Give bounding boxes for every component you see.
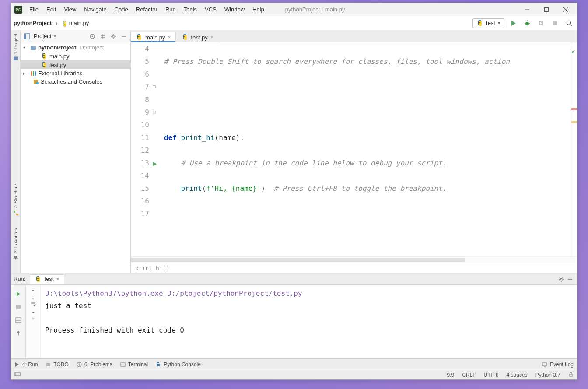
rail-favorites[interactable]: 2: Favorites (12, 226, 19, 262)
settings-gear-icon[interactable] (557, 275, 566, 284)
menubar: File Edit View Navigate Code Refactor Ru… (26, 4, 268, 14)
toolwindow-toggle-icon[interactable] (14, 371, 21, 378)
menu-window[interactable]: Window (221, 4, 248, 14)
down-stack-icon[interactable]: ↓ (32, 294, 35, 301)
editor-breadcrumb[interactable]: print_hi() (131, 263, 577, 273)
tree-file-main[interactable]: main.py (21, 52, 130, 60)
toolstrip-problems[interactable]: 6: Problems (77, 361, 112, 368)
run-tab-test[interactable]: test × (30, 274, 64, 284)
pycharm-icon: PC (14, 6, 22, 14)
toolstrip-terminal[interactable]: Terminal (120, 361, 148, 368)
svg-rect-33 (542, 363, 547, 366)
toolstrip-run[interactable]: 4: Run (14, 361, 38, 368)
status-bar: 9:9 CRLF UTF-8 4 spaces Python 3.7 (11, 370, 577, 379)
breadcrumb-file[interactable]: main.py (61, 20, 89, 26)
svg-point-17 (92, 35, 93, 37)
up-stack-icon[interactable]: ↑ (32, 287, 35, 294)
tree-scratches[interactable]: Scratches and Consoles (21, 77, 130, 86)
status-encoding[interactable]: UTF-8 (484, 372, 499, 378)
line-number: 7 (131, 81, 149, 93)
search-everywhere-button[interactable] (564, 18, 574, 28)
menu-vcs[interactable]: VCS (201, 4, 220, 14)
menu-refactor[interactable]: Refactor (133, 4, 161, 14)
toolstrip-todo[interactable]: TODO (46, 361, 68, 368)
svg-point-24 (560, 278, 562, 280)
menu-view[interactable]: View (60, 4, 80, 14)
rerun-button[interactable] (14, 289, 23, 299)
rail-structure[interactable]: 7: Structure (12, 182, 19, 217)
line-number: 4 (131, 42, 149, 55)
menu-code[interactable]: Code (111, 4, 132, 14)
toolstrip-python-console[interactable]: Python Console (156, 361, 201, 368)
fold-icon[interactable]: ⊟ (153, 106, 156, 119)
run-output[interactable]: D:\tools\Python37\python.exe D:/ptoject/… (41, 285, 577, 358)
status-caret-pos[interactable]: 9:9 (447, 372, 455, 378)
project-tree[interactable]: ▾ pythonProject D:\ptoject main.py test.… (21, 42, 130, 273)
editor-tab-test[interactable]: test.py × (177, 32, 218, 42)
svg-rect-12 (16, 214, 18, 215)
terminal-icon (120, 362, 126, 367)
run-config-selector[interactable]: test ▾ (472, 18, 504, 28)
menu-navigate[interactable]: Navigate (80, 4, 110, 14)
tree-external-libraries[interactable]: ▸ External Libraries (21, 69, 130, 77)
close-tab-icon[interactable]: × (210, 34, 214, 40)
scroll-to-end-icon[interactable] (30, 308, 36, 315)
debug-button[interactable] (522, 18, 532, 28)
pin-button[interactable] (14, 329, 23, 338)
toolstrip-event-log[interactable]: Event Log (542, 361, 574, 368)
layout-button[interactable] (14, 315, 23, 325)
more-icon[interactable]: » (32, 315, 34, 321)
svg-rect-26 (16, 305, 21, 309)
hide-panel-icon[interactable] (120, 32, 128, 40)
close-button[interactable] (556, 4, 575, 16)
chevron-down-icon: ▾ (54, 34, 56, 39)
inspections-gutter[interactable]: ✔ (571, 42, 577, 256)
soft-wrap-icon[interactable] (30, 301, 36, 308)
warning-stripe[interactable] (571, 121, 577, 123)
breadcrumb-project[interactable]: pythonProject (14, 20, 52, 26)
chevron-down-icon: ▾ (23, 45, 28, 50)
warning-stripe[interactable] (571, 108, 577, 110)
select-opened-file-icon[interactable] (88, 32, 96, 40)
project-tool-window: Project▾ ▾ pythonProject D:\ptoject main… (21, 30, 131, 273)
svg-rect-15 (24, 34, 26, 39)
window-controls (518, 4, 575, 16)
stop-button[interactable] (14, 302, 23, 312)
menu-run[interactable]: Run (162, 4, 179, 14)
status-line-separator[interactable]: CRLF (462, 372, 476, 378)
line-number: 17 (131, 207, 149, 220)
tree-project-root[interactable]: ▾ pythonProject D:\ptoject (21, 43, 130, 52)
status-interpreter[interactable]: Python 3.7 (536, 372, 560, 378)
minimize-button[interactable] (518, 4, 537, 16)
menu-edit[interactable]: Edit (43, 4, 60, 14)
run-coverage-button[interactable] (536, 18, 546, 28)
rail-project[interactable]: 1: Project (12, 32, 19, 63)
code-editor[interactable]: 4567891011121314151617 ⊟ ⊟ ▶ # Press Dou… (131, 42, 577, 256)
project-panel-title[interactable]: Project▾ (34, 33, 86, 39)
settings-gear-icon[interactable] (109, 32, 117, 40)
svg-line-10 (570, 25, 572, 26)
maximize-button[interactable] (537, 4, 556, 16)
editor-horizontal-scrollbar[interactable] (131, 256, 577, 263)
lock-icon[interactable] (568, 371, 574, 378)
check-ok-icon: ✔ (572, 45, 575, 58)
svg-rect-1 (545, 7, 549, 11)
code-content[interactable]: # Press Double Shift to search everywher… (163, 42, 571, 256)
svg-rect-21 (33, 71, 34, 76)
close-tab-icon[interactable]: × (56, 276, 60, 282)
stop-button[interactable] (550, 18, 560, 28)
python-file-icon (61, 20, 67, 26)
fold-icon[interactable]: ⊟ (153, 81, 156, 93)
menu-help[interactable]: Help (249, 4, 268, 14)
tree-file-test[interactable]: test.py (21, 60, 130, 69)
run-button[interactable] (508, 18, 518, 28)
hide-panel-icon[interactable] (566, 275, 574, 284)
expand-all-icon[interactable] (99, 32, 107, 40)
menu-tools[interactable]: Tools (180, 4, 200, 14)
status-indent[interactable]: 4 spaces (507, 372, 528, 378)
editor-tab-main[interactable]: main.py × (131, 32, 176, 42)
close-tab-icon[interactable]: × (168, 34, 171, 40)
menu-file[interactable]: File (26, 4, 42, 14)
run-gutter-icon[interactable]: ▶ (153, 157, 157, 170)
svg-rect-11 (14, 56, 18, 60)
